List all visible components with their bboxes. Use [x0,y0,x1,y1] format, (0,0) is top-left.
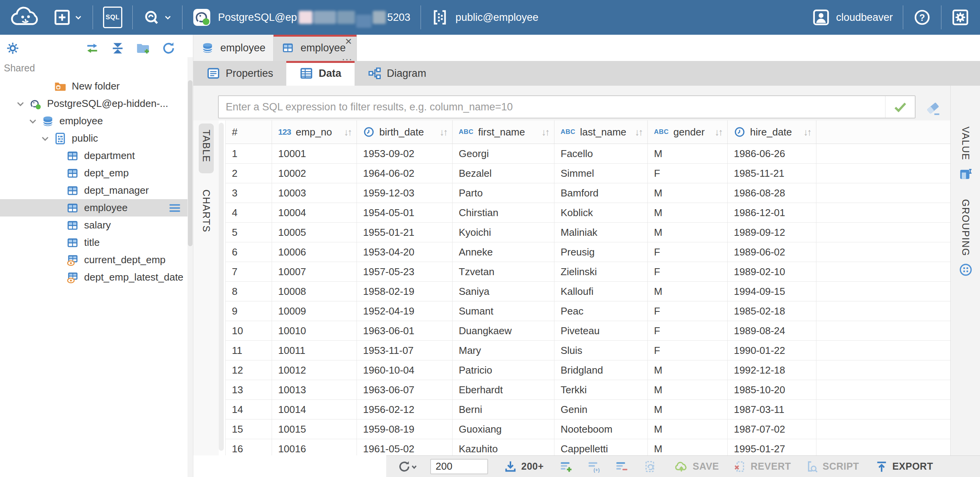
row-index-cell[interactable]: 6 [226,242,272,262]
data-cell[interactable]: Berni [453,400,554,419]
data-cell[interactable]: 1964-06-02 [357,164,453,183]
chevron-down-icon[interactable] [28,116,41,126]
data-cell[interactable]: M [648,439,728,455]
navigator-settings-icon[interactable] [5,41,20,56]
fetch-more-button[interactable]: 200+ [504,460,544,474]
data-cell[interactable]: Sluis [554,341,648,360]
data-cell[interactable]: Nooteboom [554,419,648,439]
data-cell[interactable]: Zielinski [554,262,648,281]
data-cell[interactable]: F [648,242,728,262]
data-cell[interactable]: 10002 [272,164,357,183]
tree-item-public[interactable]: public [0,130,193,147]
data-cell[interactable]: 1953-09-02 [357,144,453,163]
grid-scrollbar[interactable] [219,123,224,451]
row-index-cell[interactable]: 7 [226,262,272,281]
data-cell[interactable]: Peac [554,301,648,321]
data-cell[interactable]: Koblick [554,203,648,222]
data-cell[interactable]: F [648,262,728,281]
data-cell[interactable]: Chirstian [453,203,554,222]
new-folder-icon[interactable] [136,41,150,56]
row-index-cell[interactable]: 1 [226,144,272,163]
tree-item-salary[interactable]: salary [0,217,193,234]
data-cell[interactable]: 1987-07-02 [728,419,816,439]
tab-menu-icon[interactable]: ... [342,52,353,62]
data-cell[interactable]: 1989-06-02 [728,242,816,262]
tree-item-title[interactable]: title [0,234,193,251]
tree-item-current-dept-emp[interactable]: current_dept_emp [0,251,193,269]
collapse-all-icon[interactable] [110,41,125,56]
data-cell[interactable]: Facello [554,144,648,163]
data-cell[interactable]: Kalloufi [554,282,648,301]
presentation-tab-table[interactable]: TABLE [199,123,214,173]
data-cell[interactable]: 1956-02-12 [357,400,453,419]
data-cell[interactable]: 1952-04-19 [357,301,453,321]
data-cell[interactable]: Kazuhito [453,439,554,455]
column-header-emp_no[interactable]: 123emp_no↓↑ [272,120,357,144]
settings-gear-icon[interactable] [951,8,969,26]
delete-row-icon[interactable] [615,460,629,474]
data-cell[interactable]: Duangkaew [453,321,554,340]
data-cell[interactable]: M [648,400,728,419]
data-cell[interactable]: 1986-08-28 [728,183,816,203]
schema-selector[interactable]: public@employee [431,8,539,26]
data-cell[interactable]: 10014 [272,400,357,419]
row-index-cell[interactable]: 5 [226,223,272,242]
data-cell[interactable]: M [648,144,728,163]
panel-tab-grouping[interactable]: GROUPING [958,199,973,277]
data-cell[interactable]: F [648,301,728,321]
row-index-cell[interactable]: 11 [226,341,272,360]
new-object-icon[interactable] [53,8,71,26]
chevron-down-icon[interactable] [74,13,83,22]
sql-editor-button[interactable]: SQL [103,7,122,28]
panel-tab-value[interactable]: VALUE [958,127,973,181]
item-menu-icon[interactable] [167,201,182,215]
data-cell[interactable]: 1986-12-01 [728,203,816,222]
username-label[interactable]: cloudbeaver [836,12,893,24]
data-cell[interactable]: 10006 [272,242,357,262]
data-cell[interactable]: 1989-02-10 [728,262,816,281]
driver-tools-button[interactable] [143,8,172,26]
data-cell[interactable]: 1958-02-19 [357,282,453,301]
add-row-icon[interactable] [559,460,573,474]
data-cell[interactable]: Bridgland [554,360,648,380]
sort-arrows-icon[interactable]: ↓↑ [344,127,352,138]
data-cell[interactable]: 10001 [272,144,357,163]
data-cell[interactable]: 1989-09-12 [728,223,816,242]
data-cell[interactable]: 1959-12-03 [357,183,453,203]
sort-arrows-icon[interactable]: ↓↑ [715,127,723,138]
data-cell[interactable]: 1994-09-15 [728,282,816,301]
row-index-cell[interactable]: 4 [226,203,272,222]
data-cell[interactable]: 1963-06-07 [357,380,453,399]
apply-filter-button[interactable] [885,96,915,118]
data-cell[interactable]: Anneke [453,242,554,262]
data-cell[interactable]: 1954-05-01 [357,203,453,222]
data-cell[interactable]: 1955-01-21 [357,223,453,242]
column-header-gender[interactable]: ABCgender↓↑ [648,120,728,144]
data-cell[interactable]: Sumant [453,301,554,321]
refresh-results-icon[interactable] [397,459,417,474]
data-cell[interactable]: M [648,282,728,301]
presentation-tab-charts[interactable]: CHARTS [199,183,214,243]
data-cell[interactable]: Cappelletti [554,439,648,455]
row-index-cell[interactable]: 16 [226,439,272,455]
data-cell[interactable]: Maliniak [554,223,648,242]
data-cell[interactable]: Saniya [453,282,554,301]
data-cell[interactable]: 1985-02-18 [728,301,816,321]
connection-selector[interactable]: PostgreSQL@ep5203 [193,8,411,27]
data-cell[interactable]: Georgi [453,144,554,163]
data-cell[interactable]: 10005 [272,223,357,242]
new-object-button[interactable] [53,8,83,26]
data-cell[interactable]: 1995-01-27 [728,439,816,455]
row-index-cell[interactable]: 2 [226,164,272,183]
data-cell[interactable]: 1989-08-24 [728,321,816,340]
sync-connection-icon[interactable] [85,41,100,56]
data-cell[interactable]: 10016 [272,439,357,455]
data-cell[interactable]: 1985-11-21 [728,164,816,183]
data-cell[interactable]: F [648,321,728,340]
row-index-cell[interactable]: 8 [226,282,272,301]
tree-item-dept-manager[interactable]: dept_manager [0,182,193,199]
close-tab-icon[interactable]: × [345,36,352,47]
sidebar-scrollbar[interactable] [188,57,193,477]
tree-item-employee[interactable]: employee [0,199,193,217]
data-cell[interactable]: M [648,360,728,380]
